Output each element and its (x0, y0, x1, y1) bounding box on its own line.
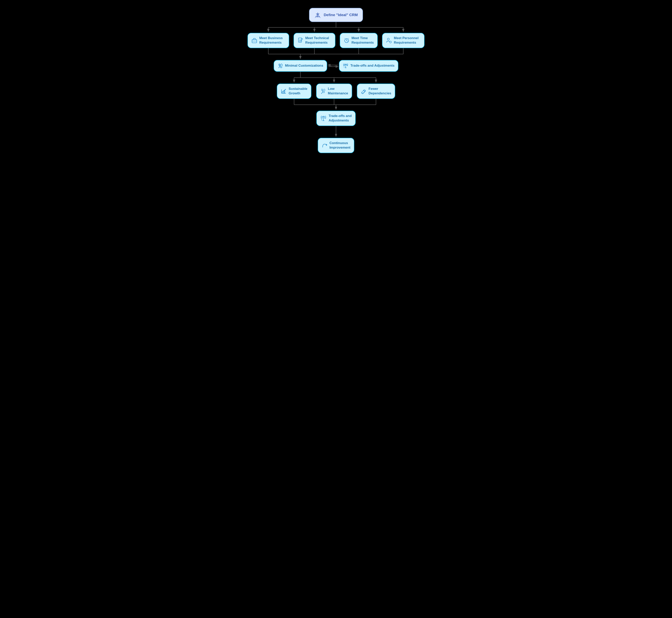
level2-row: Minimal Customizations ←→ $ Trade-offs a… (247, 60, 425, 72)
svg-point-49 (343, 64, 345, 65)
node-meet-technical: Meet Technical Requirements (293, 33, 335, 48)
node-n2-label: Meet Technical Requirements (305, 36, 331, 45)
svg-point-41 (387, 38, 389, 40)
diagram-container: Define "Ideal" CRM Meet Business Require… (247, 8, 425, 153)
node-sustainable-growth: SustainableGrowth (277, 84, 311, 99)
clock-icon (344, 37, 350, 43)
node-n7-label: SustainableGrowth (288, 87, 307, 96)
connector-root-l1 (247, 22, 425, 33)
root-icon (314, 11, 321, 18)
wrench-icon (277, 63, 283, 69)
briefcase-icon (251, 37, 257, 43)
node-tradeoffs-2: $ Trade-offs andAdjustments (316, 111, 355, 126)
level5-row: ContinuousImprovement (247, 138, 425, 153)
node-n6-label: Trade-offs and Adjustments (350, 64, 395, 68)
node-root: Define "Ideal" CRM (309, 8, 363, 22)
node-n10-label: Trade-offs andAdjustments (329, 114, 351, 123)
person-settings-icon (386, 37, 392, 43)
continuous-improvement-icon (322, 142, 328, 148)
svg-line-39 (347, 41, 348, 41)
svg-text:$: $ (321, 119, 322, 121)
connector-l1-l2 (247, 48, 425, 60)
svg-point-27 (317, 15, 319, 17)
level3-row: SustainableGrowth LowMaintenance (247, 84, 425, 99)
node-fewer-dependencies: FewerDependencies (357, 84, 395, 99)
root-row: Define "Ideal" CRM (247, 8, 425, 22)
node-n4-label: Meet Personnel Requirements (394, 36, 421, 45)
node-n3-label: Meet Time Requirements (351, 36, 374, 45)
node-n11-label: ContinuousImprovement (330, 141, 350, 150)
root-label: Define "Ideal" CRM (324, 12, 358, 17)
connector-l2-l3 (247, 72, 425, 84)
maintenance-icon (320, 88, 326, 94)
svg-point-50 (347, 64, 348, 65)
level4-row: $ Trade-offs andAdjustments (247, 111, 425, 126)
node-low-maintenance: LowMaintenance (316, 84, 352, 99)
node-continuous-improvement: ContinuousImprovement (318, 138, 354, 153)
node-n9-label: FewerDependencies (369, 87, 391, 96)
node-tradeoffs-1: $ Trade-offs and Adjustments (339, 60, 398, 72)
node-n1-label: Meet Business Requirements (259, 36, 285, 45)
bidir-arrow: ←→ (327, 63, 339, 69)
svg-text:$: $ (344, 66, 344, 68)
svg-point-64 (325, 116, 326, 117)
link-break-icon (361, 88, 367, 94)
node-n5-label: Minimal Customizations (285, 64, 323, 68)
node-meet-business: Meet Business Requirements (247, 33, 289, 48)
node-minimal-customizations: Minimal Customizations (274, 60, 327, 72)
connector-l4-l5 (247, 126, 425, 138)
node-meet-personnel: Meet Personnel Requirements (382, 33, 425, 48)
level1-row: Meet Business Requirements Meet Technica… (247, 33, 425, 48)
node-n8-label: LowMaintenance (328, 87, 348, 96)
node-meet-time: Meet Time Requirements (340, 33, 378, 48)
connector-l3-l4 (247, 99, 425, 111)
growth-chart-icon (281, 88, 286, 94)
scale-icon: $ (343, 63, 348, 69)
svg-point-63 (321, 116, 322, 117)
scale-icon-2: $ (320, 115, 327, 121)
svg-marker-25 (316, 12, 320, 16)
document-icon (298, 37, 303, 43)
